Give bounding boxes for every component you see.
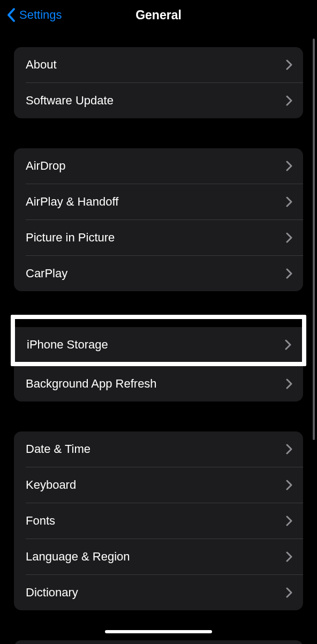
settings-group: AirDrop AirPlay & Handoff Picture in Pic… bbox=[14, 148, 303, 291]
chevron-right-icon bbox=[286, 268, 292, 279]
highlight-box: iPhone Storage bbox=[11, 315, 306, 366]
row-label: iPhone Storage bbox=[27, 338, 108, 352]
keyboard-row[interactable]: Keyboard bbox=[14, 467, 303, 503]
chevron-right-icon bbox=[286, 59, 292, 70]
row-label: Picture in Picture bbox=[26, 231, 115, 245]
row-label: Dictionary bbox=[26, 586, 78, 600]
home-indicator[interactable] bbox=[105, 630, 212, 633]
chevron-right-icon bbox=[286, 480, 292, 490]
chevron-right-icon bbox=[285, 339, 291, 350]
chevron-right-icon bbox=[286, 516, 292, 526]
row-label: Date & Time bbox=[26, 442, 90, 456]
row-label: Keyboard bbox=[26, 478, 76, 492]
settings-list: About Software Update AirDrop AirPlay & … bbox=[0, 30, 317, 644]
settings-group: About Software Update bbox=[14, 47, 303, 118]
row-label: CarPlay bbox=[26, 267, 67, 281]
fonts-row[interactable]: Fonts bbox=[14, 503, 303, 539]
row-label: AirPlay & Handoff bbox=[26, 195, 118, 209]
settings-group: VPN & Device Management bbox=[14, 640, 303, 644]
chevron-left-icon bbox=[6, 7, 16, 22]
settings-group: Date & Time Keyboard Fonts Language & Re… bbox=[14, 431, 303, 610]
chevron-right-icon bbox=[286, 95, 292, 106]
iphone-storage-row[interactable]: iPhone Storage bbox=[15, 327, 302, 362]
row-label: Fonts bbox=[26, 514, 55, 528]
chevron-right-icon bbox=[286, 378, 292, 389]
software-update-row[interactable]: Software Update bbox=[14, 83, 303, 118]
chevron-right-icon bbox=[286, 444, 292, 454]
row-label: About bbox=[26, 58, 57, 72]
settings-group: iPhone Storage Background App Refresh bbox=[14, 315, 303, 401]
chevron-right-icon bbox=[286, 161, 292, 171]
back-button[interactable]: Settings bbox=[0, 7, 62, 22]
airdrop-row[interactable]: AirDrop bbox=[14, 148, 303, 184]
scrollbar[interactable] bbox=[313, 39, 315, 440]
airplay-handoff-row[interactable]: AirPlay & Handoff bbox=[14, 184, 303, 219]
about-row[interactable]: About bbox=[14, 47, 303, 82]
row-label: Language & Region bbox=[26, 550, 130, 564]
date-time-row[interactable]: Date & Time bbox=[14, 431, 303, 467]
chevron-right-icon bbox=[286, 232, 292, 243]
row-label: AirDrop bbox=[26, 159, 66, 173]
background-app-refresh-row[interactable]: Background App Refresh bbox=[14, 366, 303, 401]
row-label: Software Update bbox=[26, 94, 114, 108]
page-title: General bbox=[135, 8, 182, 22]
vpn-device-management-row[interactable]: VPN & Device Management bbox=[14, 640, 303, 644]
dictionary-row[interactable]: Dictionary bbox=[14, 575, 303, 610]
language-region-row[interactable]: Language & Region bbox=[14, 539, 303, 574]
chevron-right-icon bbox=[286, 196, 292, 207]
navigation-header: Settings General bbox=[0, 0, 317, 30]
chevron-right-icon bbox=[286, 551, 292, 562]
row-label: Background App Refresh bbox=[26, 377, 157, 391]
picture-in-picture-row[interactable]: Picture in Picture bbox=[14, 220, 303, 255]
back-label: Settings bbox=[19, 8, 62, 22]
carplay-row[interactable]: CarPlay bbox=[14, 256, 303, 291]
chevron-right-icon bbox=[286, 587, 292, 598]
